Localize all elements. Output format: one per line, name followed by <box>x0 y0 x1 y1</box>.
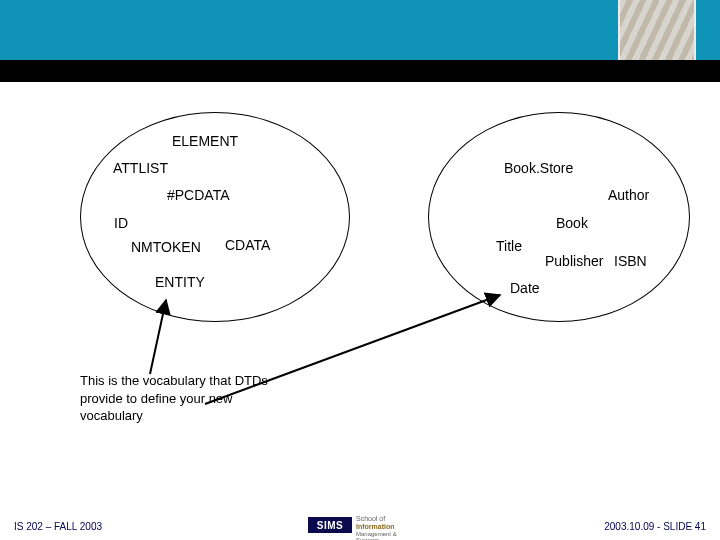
caption-text: This is the vocabulary that DTDs provide… <box>80 372 290 425</box>
sims-line3: Management & Systems <box>356 531 418 540</box>
footer-course: IS 202 – FALL 2003 <box>14 521 102 532</box>
sims-line2: Information <box>356 523 395 530</box>
footer-slide-number: 2003.10.09 - SLIDE 41 <box>604 521 706 532</box>
sims-line1: School of <box>356 515 385 522</box>
arrows <box>0 0 720 540</box>
footer: IS 202 – FALL 2003 SIMS School of Inform… <box>0 512 720 540</box>
svg-line-0 <box>150 300 166 374</box>
sims-logo-box: SIMS <box>308 517 352 533</box>
sims-logo: SIMS School of Information Management & … <box>308 514 418 536</box>
